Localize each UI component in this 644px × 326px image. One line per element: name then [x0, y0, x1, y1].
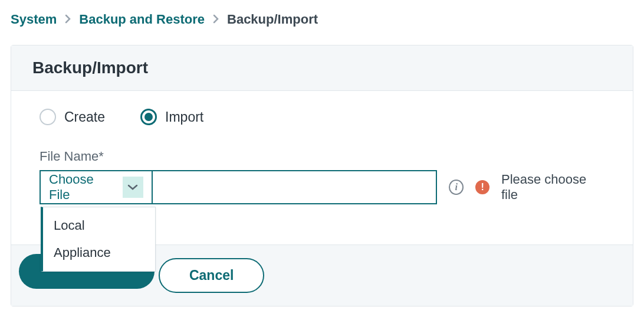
chevron-right-icon [65, 12, 71, 27]
cancel-button[interactable]: Cancel [159, 258, 264, 293]
radio-create[interactable]: Create [40, 109, 105, 125]
dropdown-option-local[interactable]: Local [43, 212, 155, 239]
chevron-right-icon [213, 12, 219, 27]
radio-icon [140, 109, 157, 125]
breadcrumb: System Backup and Restore Backup/Import [11, 12, 633, 27]
file-name-label: File Name* [40, 149, 604, 164]
info-icon[interactable]: i [449, 180, 464, 195]
radio-icon [40, 109, 56, 125]
chevron-down-icon [123, 177, 143, 198]
choose-file-button[interactable]: Choose File [41, 171, 153, 203]
file-name-input[interactable] [153, 171, 436, 203]
radio-create-label: Create [64, 109, 105, 125]
page-title: Backup/Import [32, 58, 612, 77]
breadcrumb-current: Backup/Import [227, 12, 318, 27]
radio-import-label: Import [165, 109, 203, 125]
file-controls: Choose File Local Appliance [40, 170, 437, 204]
error-icon: ! [475, 180, 489, 194]
choose-file-label: Choose File [49, 172, 117, 203]
radio-import[interactable]: Import [140, 109, 203, 125]
backup-import-panel: Backup/Import Create Import File Name* C… [11, 45, 633, 307]
dropdown-option-appliance[interactable]: Appliance [43, 239, 155, 266]
breadcrumb-backup-restore[interactable]: Backup and Restore [79, 12, 205, 27]
choose-file-dropdown: Local Appliance [41, 207, 156, 272]
panel-header: Backup/Import [11, 45, 633, 91]
error-message: Please choose file [501, 172, 604, 203]
breadcrumb-system[interactable]: System [11, 12, 57, 27]
